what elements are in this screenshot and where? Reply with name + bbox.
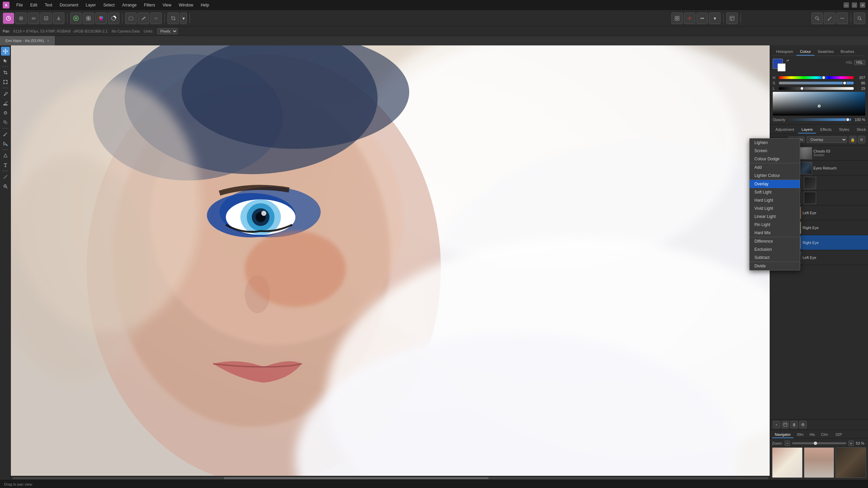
tab-xfm[interactable]: Xfm <box>794 431 806 438</box>
menu-filters[interactable]: Filters <box>141 2 159 8</box>
toolbar-brush-options[interactable] <box>696 13 708 24</box>
tool-clone[interactable] <box>1 118 10 127</box>
blend-option-vivid-light[interactable]: Vivid Light <box>750 204 800 212</box>
blend-option-overlay[interactable]: Overlay <box>750 180 800 188</box>
tool-measure[interactable] <box>1 172 10 181</box>
lightness-slider[interactable] <box>779 87 854 90</box>
maximize-button[interactable]: □ <box>852 2 857 8</box>
blend-option-subtract[interactable]: Subtract <box>750 253 800 262</box>
toolbar-studio[interactable] <box>726 13 738 24</box>
toolbar-more[interactable] <box>836 13 848 24</box>
tab-colour[interactable]: Colour <box>796 48 814 56</box>
tab-close-icon[interactable]: ✕ <box>47 39 50 43</box>
tool-retouch[interactable] <box>1 108 10 117</box>
blend-option-divide[interactable]: Divide <box>750 262 800 270</box>
tool-paint[interactable] <box>1 89 10 98</box>
blend-option-screen[interactable]: Screen <box>750 147 800 155</box>
nav-thumb-2[interactable] <box>804 447 834 478</box>
tab-stock[interactable]: Stock <box>853 126 868 134</box>
document-tab[interactable]: Emi Haze - Iris (53.0%) ✕ <box>0 36 55 45</box>
saturation-slider[interactable] <box>779 82 854 84</box>
blend-mode-select[interactable]: Overlay <box>807 136 847 143</box>
tool-fill[interactable] <box>1 139 10 148</box>
tab-adjustment[interactable]: Adjustment <box>772 126 797 134</box>
tool-text[interactable] <box>1 161 10 169</box>
menu-view[interactable]: View <box>159 2 175 8</box>
tool-crop[interactable] <box>1 68 10 77</box>
tab-styles[interactable]: Styles <box>836 126 853 134</box>
toolbar-develop[interactable] <box>40 13 52 24</box>
minimize-button[interactable]: — <box>844 2 849 8</box>
toolbar-colour-picker-btn[interactable] <box>824 13 835 24</box>
menu-document[interactable]: Document <box>56 2 82 8</box>
zoom-plus-button[interactable]: + <box>848 441 854 446</box>
menu-window[interactable]: Window <box>175 2 197 8</box>
tab-effects[interactable]: Effects <box>817 126 835 134</box>
tab-navigator[interactable]: Navigator <box>772 431 793 438</box>
tool-colour-picker[interactable] <box>1 130 10 139</box>
tab-layers[interactable]: Layers <box>798 126 816 134</box>
toolbar-persona-photo[interactable] <box>3 13 14 24</box>
toolbar-colour-wheel[interactable] <box>70 13 82 24</box>
blend-option-hard-mix[interactable]: Hard Mix <box>750 229 800 237</box>
toolbar-crop-option[interactable]: ▾ <box>180 13 187 24</box>
swap-colors-icon[interactable]: ⇄ <box>786 59 789 62</box>
menu-select[interactable]: Select <box>100 2 118 8</box>
tab-histogram[interactable]: Histogram <box>773 48 796 56</box>
layer-adjust-button[interactable] <box>799 421 807 428</box>
toolbar-selection-rect[interactable] <box>125 13 137 24</box>
tab-brushes[interactable]: Brushes <box>837 48 857 56</box>
toolbar-colour[interactable] <box>95 13 107 24</box>
blend-option-soft-light[interactable]: Soft Light <box>750 188 800 196</box>
tool-vector[interactable] <box>1 151 10 160</box>
blend-option-colour-dodge[interactable]: Colour Dodge <box>750 155 800 163</box>
tab-swatches[interactable]: Swatches <box>814 48 837 56</box>
toolbar-selection-smart[interactable] <box>150 13 162 24</box>
nav-thumb-3[interactable] <box>835 447 866 478</box>
layer-group-button[interactable] <box>782 421 789 428</box>
units-select[interactable]: Pixels <box>157 28 178 34</box>
toolbar-levels[interactable] <box>83 13 94 24</box>
toolbar-export[interactable] <box>53 13 64 24</box>
tool-select[interactable] <box>1 56 10 65</box>
color-spectrum[interactable] <box>773 92 865 116</box>
nav-thumb-1[interactable] <box>772 447 803 478</box>
hue-slider[interactable] <box>779 76 854 79</box>
blend-option-exclusion[interactable]: Exclusion <box>750 245 800 253</box>
layers-settings-icon[interactable]: ⚙ <box>858 136 865 143</box>
layers-lock-icon[interactable]: 🔒 <box>849 136 856 143</box>
toolbar-brush-option2[interactable]: ▾ <box>709 13 721 24</box>
toolbar-crop[interactable] <box>167 13 179 24</box>
close-button[interactable]: ✕ <box>860 2 865 8</box>
toolbar-adjustment[interactable] <box>108 13 119 24</box>
toolbar-liquify[interactable] <box>28 13 39 24</box>
zoom-minus-button[interactable]: − <box>785 441 790 446</box>
tool-erase[interactable] <box>1 99 10 108</box>
menu-help[interactable]: Help <box>197 2 213 8</box>
blend-option-lighten[interactable]: Lighten <box>750 139 800 147</box>
toolbar-grid[interactable] <box>671 13 683 24</box>
zoom-slider[interactable] <box>792 442 846 444</box>
blend-option-difference[interactable]: Difference <box>750 237 800 245</box>
menu-text[interactable]: Text <box>41 2 56 8</box>
blend-option-linear-light[interactable]: Linear Light <box>750 212 800 221</box>
toolbar-search[interactable] <box>854 13 865 24</box>
blend-option-add[interactable]: Add <box>750 163 800 171</box>
toolbar-snapping[interactable] <box>684 13 695 24</box>
hsl-mode-button[interactable]: HSL <box>854 60 865 65</box>
toolbar-zoom-match[interactable] <box>811 13 823 24</box>
layer-delete-button[interactable]: 🗑 <box>790 421 798 428</box>
tool-move[interactable] <box>1 47 10 56</box>
tab-his[interactable]: His <box>807 431 818 438</box>
menu-edit[interactable]: Edit <box>27 2 41 8</box>
tool-transform[interactable] <box>1 78 10 86</box>
menu-file[interactable]: File <box>13 2 26 8</box>
blend-option-pin-light[interactable]: Pin Light <box>750 221 800 229</box>
toolbar-selection-brush[interactable] <box>138 13 149 24</box>
menu-arrange[interactable]: Arrange <box>119 2 140 8</box>
opacity-slider[interactable] <box>787 118 851 121</box>
layer-add-button[interactable]: + <box>773 421 780 428</box>
tab-chn[interactable]: Chn <box>818 431 831 438</box>
background-color-swatch[interactable] <box>777 63 786 72</box>
menu-layer[interactable]: Layer <box>82 2 99 8</box>
